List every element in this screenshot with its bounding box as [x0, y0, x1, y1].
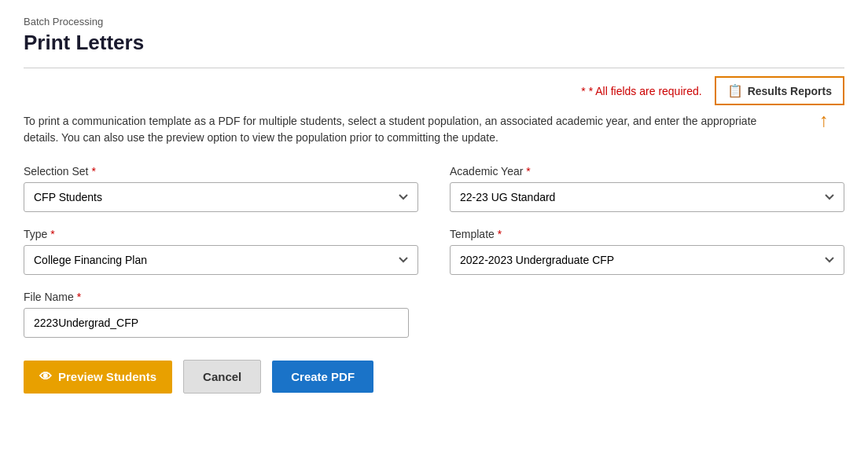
page-title: Print Letters [24, 31, 844, 55]
header-bar: * * All fields are required. 📋 Results R… [24, 68, 844, 113]
academic-year-required: * [523, 165, 530, 178]
template-required: * [495, 228, 502, 240]
form-row-2: Type * College Financing Plan Award Lett… [24, 228, 844, 275]
file-name-input[interactable] [24, 308, 409, 338]
type-required: * [47, 228, 54, 240]
report-icon: 📋 [727, 83, 743, 98]
file-name-group: File Name * [24, 291, 409, 338]
eye-icon: 👁 [39, 370, 52, 384]
academic-year-group: Academic Year * 22-23 UG Standard 21-22 … [450, 165, 844, 212]
cancel-button[interactable]: Cancel [183, 360, 261, 394]
selection-set-required: * [89, 165, 96, 178]
selection-set-label: Selection Set * [24, 165, 418, 178]
selection-set-select[interactable]: CFP Students All Students Financial Aid … [24, 182, 418, 212]
button-row: 👁 Preview Students Cancel Create PDF [24, 360, 844, 394]
description-text: To print a communication template as a P… [24, 113, 786, 146]
form-row-3: File Name * [24, 291, 844, 338]
academic-year-select[interactable]: 22-23 UG Standard 21-22 UG Standard 23-2… [450, 182, 844, 212]
required-note: * * All fields are required. [581, 85, 701, 97]
template-select[interactable]: 2022-2023 Undergraduate CFP 2021-2022 Un… [450, 245, 844, 275]
results-reports-button[interactable]: 📋 Results Reports [715, 76, 844, 105]
arrow-up-icon: ↑ [819, 109, 829, 131]
file-name-label: File Name * [24, 291, 409, 303]
preview-students-button[interactable]: 👁 Preview Students [24, 361, 172, 394]
breadcrumb: Batch Processing [24, 16, 844, 27]
academic-year-label: Academic Year * [450, 165, 844, 178]
required-star: * [581, 85, 585, 97]
type-group: Type * College Financing Plan Award Lett… [24, 228, 418, 275]
type-select[interactable]: College Financing Plan Award Letter Othe… [24, 245, 418, 275]
create-pdf-button[interactable]: Create PDF [272, 361, 373, 393]
template-label: Template * [450, 228, 844, 240]
form-row-1: Selection Set * CFP Students All Student… [24, 165, 844, 212]
file-name-required: * [74, 291, 81, 303]
type-label: Type * [24, 228, 418, 240]
template-group: Template * 2022-2023 Undergraduate CFP 2… [450, 228, 844, 275]
selection-set-group: Selection Set * CFP Students All Student… [24, 165, 418, 212]
